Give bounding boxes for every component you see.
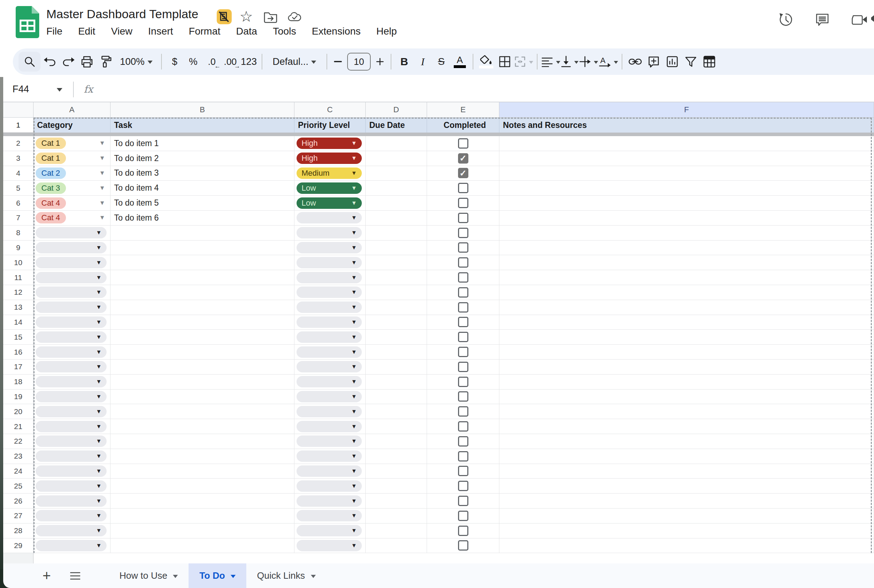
notes-cell[interactable]	[499, 449, 874, 464]
notes-cell[interactable]	[499, 285, 874, 300]
empty-dropdown-chip[interactable]: ▼	[297, 212, 362, 224]
filter-icon[interactable]	[682, 52, 700, 72]
priority-cell[interactable]: ▼	[294, 419, 366, 434]
row-header-19[interactable]: 19	[3, 390, 33, 405]
category-chip[interactable]: Cat 4	[36, 212, 66, 224]
category-cell[interactable]: ▼	[33, 285, 111, 300]
notes-cell[interactable]	[499, 508, 874, 524]
completed-checkbox[interactable]	[458, 466, 469, 476]
row-header-27[interactable]: 27	[3, 508, 33, 524]
task-cell[interactable]	[111, 449, 294, 464]
merge-cells-icon[interactable]	[514, 52, 533, 72]
tab-quick-links[interactable]: Quick Links	[246, 563, 326, 588]
task-cell[interactable]: To do item 1	[111, 136, 294, 151]
empty-dropdown-chip[interactable]: ▼	[297, 376, 362, 387]
task-cell[interactable]	[111, 330, 294, 345]
task-cell[interactable]	[111, 300, 294, 315]
category-cell[interactable]: ▼	[33, 360, 111, 375]
empty-dropdown-chip[interactable]: ▼	[297, 495, 362, 507]
completed-checkbox[interactable]	[458, 228, 469, 238]
priority-cell[interactable]: ▼	[294, 478, 366, 494]
completed-cell[interactable]	[427, 464, 499, 479]
task-cell[interactable]: To do item 6	[111, 211, 294, 226]
priority-chip[interactable]: Medium▼	[297, 168, 362, 179]
due-date-cell[interactable]	[366, 390, 427, 405]
completed-checkbox[interactable]	[458, 376, 469, 387]
completed-cell[interactable]	[427, 240, 499, 255]
row-header-28[interactable]: 28	[3, 524, 33, 538]
notes-cell[interactable]	[499, 330, 874, 345]
row-header-18[interactable]: 18	[3, 375, 33, 390]
task-cell[interactable]	[111, 390, 294, 405]
notes-cell[interactable]	[499, 270, 874, 285]
row-header-20[interactable]: 20	[3, 404, 33, 419]
completed-cell[interactable]: ✓	[427, 151, 499, 166]
priority-cell[interactable]: ▼	[294, 360, 366, 375]
completed-checkbox[interactable]	[458, 436, 469, 447]
menu-help[interactable]: Help	[376, 26, 397, 37]
completed-checkbox[interactable]	[458, 138, 469, 148]
menu-view[interactable]: View	[111, 26, 132, 37]
task-cell[interactable]	[111, 285, 294, 300]
priority-cell[interactable]: ▼	[294, 240, 366, 255]
star-icon[interactable]: ☆	[240, 9, 254, 24]
task-cell[interactable]	[111, 404, 294, 419]
empty-dropdown-chip[interactable]: ▼	[36, 435, 107, 447]
notes-cell[interactable]	[499, 300, 874, 315]
empty-dropdown-chip[interactable]: ▼	[297, 242, 362, 254]
task-cell[interactable]	[111, 434, 294, 449]
row-header-7[interactable]: 7	[3, 211, 33, 226]
priority-cell[interactable]: ▼	[294, 315, 366, 330]
font-family-select[interactable]: Defaul...	[266, 52, 323, 72]
completed-checkbox[interactable]	[458, 317, 469, 327]
empty-dropdown-chip[interactable]: ▼	[297, 302, 362, 313]
task-cell[interactable]	[111, 494, 294, 508]
completed-cell[interactable]	[427, 300, 499, 315]
empty-dropdown-chip[interactable]: ▼	[36, 346, 107, 358]
empty-dropdown-chip[interactable]: ▼	[36, 495, 107, 507]
empty-dropdown-chip[interactable]: ▼	[297, 450, 362, 462]
increase-font-size-button[interactable]	[373, 52, 387, 72]
due-date-cell[interactable]	[366, 196, 427, 211]
completed-checkbox[interactable]	[458, 332, 469, 342]
menu-edit[interactable]: Edit	[78, 26, 95, 37]
priority-chip[interactable]: High▼	[297, 138, 362, 149]
due-date-cell[interactable]	[366, 151, 427, 166]
category-cell[interactable]: ▼	[33, 300, 111, 315]
column-header-F[interactable]: F	[499, 102, 874, 118]
undo-icon[interactable]	[41, 52, 59, 72]
task-cell[interactable]: To do item 3	[111, 166, 294, 181]
row-header-23[interactable]: 23	[3, 449, 33, 464]
increase-decimal-button[interactable]: .00→	[221, 52, 240, 72]
priority-cell[interactable]: ▼	[294, 285, 366, 300]
completed-cell[interactable]	[427, 255, 499, 270]
completed-cell[interactable]	[427, 196, 499, 211]
task-cell[interactable]	[111, 270, 294, 285]
due-date-cell[interactable]	[366, 464, 427, 479]
category-cell[interactable]: ▼	[33, 464, 111, 479]
due-date-cell[interactable]	[366, 166, 427, 181]
empty-dropdown-chip[interactable]: ▼	[297, 480, 362, 492]
empty-dropdown-chip[interactable]: ▼	[297, 465, 362, 477]
priority-cell[interactable]: ▼	[294, 345, 366, 360]
category-cell[interactable]: ▼	[33, 404, 111, 419]
version-history-icon[interactable]	[778, 11, 794, 28]
row-header-9[interactable]: 9	[3, 240, 33, 255]
bold-button[interactable]: B	[395, 52, 413, 72]
due-date-cell[interactable]	[366, 270, 427, 285]
task-cell[interactable]	[111, 524, 294, 538]
category-cell[interactable]: Cat 4▼	[33, 196, 111, 211]
completed-checkbox[interactable]	[458, 302, 469, 312]
empty-dropdown-chip[interactable]: ▼	[297, 510, 362, 521]
text-wrap-icon[interactable]	[579, 52, 598, 72]
empty-dropdown-chip[interactable]: ▼	[36, 227, 107, 238]
priority-cell[interactable]: ▼	[294, 390, 366, 405]
notes-cell[interactable]	[499, 419, 874, 434]
empty-dropdown-chip[interactable]: ▼	[297, 316, 362, 328]
completed-cell[interactable]	[427, 404, 499, 419]
row-header-25[interactable]: 25	[3, 478, 33, 494]
sheets-logo-icon[interactable]	[16, 6, 39, 39]
notes-cell[interactable]	[499, 136, 874, 151]
row-header-29[interactable]: 29	[3, 538, 33, 554]
notes-cell[interactable]	[499, 240, 874, 255]
